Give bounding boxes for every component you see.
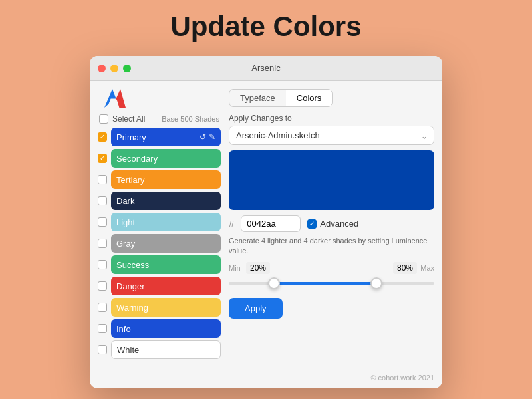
edit-icon: ✎ bbox=[209, 132, 215, 142]
checkbox-danger[interactable] bbox=[98, 281, 107, 291]
tab-typeface[interactable]: Typeface bbox=[229, 90, 286, 106]
color-item-secondary: Secondary bbox=[98, 149, 221, 168]
color-btn-success[interactable]: Success bbox=[111, 255, 221, 274]
hex-row: # Advanced bbox=[229, 215, 434, 232]
select-all-row: Select All Base 500 Shades bbox=[98, 114, 221, 124]
apply-button[interactable]: Apply bbox=[229, 298, 283, 319]
color-preview[interactable] bbox=[229, 150, 434, 210]
color-btn-tertiary[interactable]: Tertiary bbox=[111, 170, 221, 189]
left-panel: Select All Base 500 Shades Primary ↺ ✎ bbox=[98, 89, 221, 362]
app-logo bbox=[104, 89, 126, 108]
footer-credit: © cohort.work 2021 bbox=[90, 370, 442, 388]
min-label: Min bbox=[229, 264, 243, 272]
slider-thumb-right[interactable] bbox=[370, 277, 382, 289]
color-item-success: Success bbox=[98, 255, 221, 274]
color-btn-gray[interactable]: Gray bbox=[111, 234, 221, 253]
color-item-gray: Gray bbox=[98, 234, 221, 253]
color-item-danger: Danger bbox=[98, 277, 221, 295]
range-slider[interactable] bbox=[229, 277, 434, 290]
maximize-button[interactable] bbox=[123, 65, 131, 72]
hex-symbol: # bbox=[229, 218, 234, 229]
refresh-icon: ↺ bbox=[200, 132, 206, 142]
checkbox-info[interactable] bbox=[98, 324, 107, 333]
generate-description: Generate 4 lighter and 4 darker shades b… bbox=[229, 236, 434, 257]
color-item-warning: Warning bbox=[98, 298, 221, 317]
color-item-light: Light bbox=[98, 213, 221, 231]
color-btn-secondary[interactable]: Secondary bbox=[111, 149, 221, 168]
left-range-value: 20% bbox=[246, 262, 270, 274]
tabs-row: Typeface Colors bbox=[229, 89, 332, 107]
checkbox-success[interactable] bbox=[98, 260, 107, 269]
color-btn-dark[interactable]: Dark bbox=[111, 192, 221, 210]
slider-track bbox=[229, 282, 434, 285]
sketch-file-dropdown[interactable]: Arsenic-Admin.sketch bbox=[229, 126, 434, 145]
close-button[interactable] bbox=[98, 65, 106, 72]
slider-fill bbox=[274, 282, 377, 285]
svg-marker-0 bbox=[104, 89, 116, 108]
checkbox-dark[interactable] bbox=[98, 196, 107, 205]
titlebar: Arsenic bbox=[90, 56, 442, 81]
hex-input[interactable] bbox=[241, 215, 301, 232]
svg-marker-1 bbox=[116, 89, 126, 108]
checkbox-tertiary[interactable] bbox=[98, 175, 107, 184]
sketch-file-dropdown-wrapper: Arsenic-Admin.sketch bbox=[229, 126, 434, 145]
right-panel: Typeface Colors Apply Changes to Arsenic… bbox=[229, 89, 434, 362]
page-title: Update Colors bbox=[170, 11, 361, 43]
advanced-checkbox[interactable] bbox=[307, 219, 317, 229]
color-btn-white[interactable]: White bbox=[111, 340, 221, 359]
select-all-left: Select All bbox=[99, 114, 145, 124]
checkbox-gray[interactable] bbox=[98, 239, 107, 248]
color-btn-warning[interactable]: Warning bbox=[111, 298, 221, 317]
checkbox-primary[interactable] bbox=[98, 132, 107, 142]
color-item-white: White bbox=[98, 340, 221, 359]
checkbox-white[interactable] bbox=[98, 345, 107, 354]
color-btn-info[interactable]: Info bbox=[111, 319, 221, 338]
color-btn-danger[interactable]: Danger bbox=[111, 277, 221, 295]
advanced-label: Advanced bbox=[320, 219, 358, 229]
traffic-lights bbox=[98, 65, 131, 72]
base-shades-label: Base 500 Shades bbox=[162, 115, 219, 123]
max-label: Max bbox=[420, 264, 434, 272]
color-item-info: Info bbox=[98, 319, 221, 338]
window-title: Arsenic bbox=[251, 63, 280, 73]
tab-colors[interactable]: Colors bbox=[286, 90, 332, 106]
checkbox-secondary[interactable] bbox=[98, 154, 107, 163]
app-window: Arsenic Select All Base 500 Shades bbox=[90, 56, 442, 388]
checkbox-warning[interactable] bbox=[98, 303, 107, 312]
advanced-row: Advanced bbox=[307, 219, 358, 229]
select-all-checkbox[interactable] bbox=[99, 114, 108, 124]
color-btn-light[interactable]: Light bbox=[111, 213, 221, 231]
window-body: Select All Base 500 Shades Primary ↺ ✎ bbox=[90, 81, 442, 370]
minimize-button[interactable] bbox=[110, 65, 118, 72]
slider-thumb-left[interactable] bbox=[268, 277, 280, 289]
select-all-label: Select All bbox=[112, 114, 145, 124]
color-item-primary: Primary ↺ ✎ bbox=[98, 128, 221, 146]
color-list: Primary ↺ ✎ Secondary bbox=[98, 128, 221, 359]
color-item-dark: Dark bbox=[98, 192, 221, 210]
color-btn-primary[interactable]: Primary ↺ ✎ bbox=[111, 128, 221, 146]
checkbox-light[interactable] bbox=[98, 217, 107, 227]
color-item-tertiary: Tertiary bbox=[98, 170, 221, 189]
logo-area bbox=[98, 89, 221, 108]
right-range-value: 80% bbox=[393, 262, 417, 274]
apply-changes-label: Apply Changes to bbox=[229, 114, 434, 123]
